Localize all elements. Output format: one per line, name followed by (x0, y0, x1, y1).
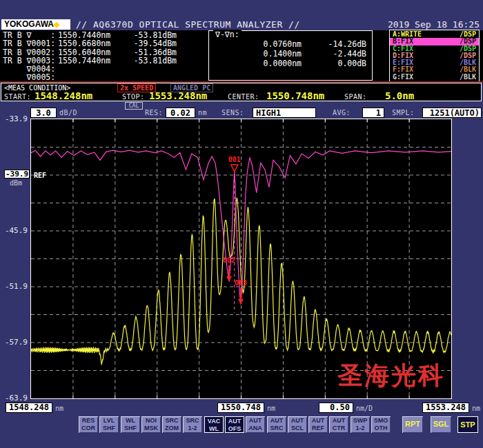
stop-value[interactable]: 1553.248nm (149, 90, 207, 101)
start-value[interactable]: 1548.248nm (34, 90, 92, 101)
trace-row-g[interactable]: G:FIX/BLK (390, 74, 479, 81)
softkey-swp-1-2[interactable]: SWP1-2 (351, 416, 370, 433)
sweep-key-sgl[interactable]: SGL (431, 416, 451, 433)
brand-diamond-icon: ◆ (54, 20, 59, 28)
marker-row-level: -53.81dBm (120, 30, 177, 39)
app-title: // AQ6370D OPTICAL SPECTRUM ANALYZER // (76, 19, 300, 30)
scale-per-div-field[interactable]: 0.50 (319, 403, 353, 413)
softkey-line2: 1-2 (351, 425, 370, 432)
softkey-aut-ana[interactable]: AUTANA (246, 416, 265, 433)
marker-arrow-icon[interactable] (226, 276, 232, 282)
softkey-line2: SRC (267, 425, 286, 432)
brand-logo: YOKOGAWA◆ (1, 19, 70, 30)
stop-wavelength-field[interactable]: 1553.248 (422, 403, 469, 413)
softkey-line1: AUT (226, 418, 244, 425)
sweep-key-stp[interactable]: STP (457, 416, 478, 433)
stop-label: STOP: (122, 93, 145, 101)
center-wavelength-field[interactable]: 1550.748 (217, 403, 264, 413)
softkey-src-1-2[interactable]: SRC1-2 (183, 416, 202, 433)
y-tick-label: -45.9 (1, 226, 28, 235)
softkey-aut-ofs[interactable]: AUTOFS (225, 416, 244, 433)
softkey-line1: AUT (267, 417, 286, 425)
softkey-line2: ANA (246, 425, 265, 432)
softkey-line2: OTH (371, 425, 391, 432)
marker-row-wavelength: 1550.6680nm (58, 39, 120, 47)
softkey-vac-wl[interactable]: VACWL (204, 416, 224, 433)
trace-row-mode: /BLK (460, 74, 476, 81)
start-wavelength-field[interactable]: 1548.248 (6, 403, 52, 413)
marker-row-label: TR B ∇0001: (3, 39, 58, 47)
softkey-line2: 1-2 (183, 425, 202, 432)
softkey-aut-src[interactable]: AUTSRC (267, 416, 286, 433)
softkey-aut-ref[interactable]: AUTREF (308, 416, 328, 433)
span-label: SPAN: (344, 93, 367, 101)
res-label: RES: (145, 109, 163, 116)
clock: 2019 Sep 18 16:25 (388, 19, 480, 30)
marker-id-label: 003 (235, 279, 247, 287)
delta-level: 0.00dB (302, 59, 366, 68)
softkey-noi-msk[interactable]: NOIMSK (141, 416, 161, 433)
softkey-line2: WL (205, 425, 223, 433)
marker-row-label: ∇0005: (3, 72, 58, 81)
softkey-src-zom[interactable]: SRCZOM (162, 416, 181, 433)
spectrum-plot[interactable]: REF001002003圣海光科 (30, 119, 452, 399)
osa-screen: { "titlebar": { "logo_text": "YOKOGAWA",… (0, 0, 483, 448)
delta-row: 0.0760nm-14.26dB (209, 39, 372, 49)
average-field[interactable]: 1 (362, 108, 384, 118)
marker-arrow-icon[interactable] (238, 299, 244, 305)
start-label: START: (4, 93, 31, 101)
marker-row-level: -53.81dBm (120, 56, 177, 64)
softkey-res-cor[interactable]: RESCOR (79, 416, 98, 433)
softkey-lvl-shf[interactable]: LVLSHF (99, 416, 119, 433)
delta-rows: 0.0760nm-14.26dB0.1400nm-2.44dB0.0000nm0… (209, 39, 372, 68)
sweep-key-rpt[interactable]: RPT (402, 416, 423, 433)
marker-row-level: -39.54dBm (120, 39, 177, 47)
softkey-line2: SCL (288, 425, 307, 432)
softkey-smo-oth[interactable]: SMOOTH (371, 416, 391, 433)
sens-label: SENS: (221, 109, 244, 116)
cal-indicator: CAL (125, 102, 143, 110)
brand-logo-text: YOKOGAWA (4, 19, 54, 29)
resolution-field[interactable]: 0.02 (166, 108, 195, 118)
softkey-line1: SRC (162, 417, 181, 425)
delta-row: 0.1400nm-2.44dB (209, 49, 372, 59)
y-tick-label: -33.9 (1, 114, 28, 123)
sampling-field[interactable]: 1251(AUTO) (422, 108, 482, 118)
softkey-line2: ZOM (162, 425, 181, 432)
delta-header: ∇-∇n: (213, 30, 241, 39)
softkey-line1: SRC (183, 417, 202, 425)
marker-row-wavelength: 1550.6040nm (58, 48, 120, 56)
span-value[interactable]: 5.0nm (385, 90, 414, 101)
marker-row-level (120, 64, 177, 72)
center-unit: nm (267, 405, 275, 412)
y-tick-label: -63.9 (1, 394, 28, 403)
center-value[interactable]: 1550.748nm (266, 90, 324, 101)
marker-row-label: TR B ∇0003: (3, 56, 58, 64)
softkey-aut-ctr[interactable]: AUTCTR (329, 416, 348, 433)
softkey-line2: MSK (141, 425, 161, 432)
level-scale-field[interactable]: 3.0 (30, 108, 57, 118)
delta-level: -2.44dB (302, 49, 366, 59)
ref-level-field[interactable]: -39.9 (4, 170, 30, 179)
softkey-line1: NOI (141, 417, 161, 425)
softkey-line2: SHF (121, 425, 140, 432)
softkey-wl-shf[interactable]: WLSHF (121, 416, 140, 433)
smpl-label: SMPL: (392, 109, 415, 116)
info-panel: TR B ∇ :1550.7440nm-53.81dBmTR B ∇0001:1… (0, 30, 483, 81)
delta-wavelength: 0.0760nm (231, 39, 302, 49)
delta-row: 0.0000nm0.00dB (209, 59, 372, 68)
softkey-line2: COR (79, 425, 98, 432)
softkey-line1: WL (121, 417, 140, 425)
marker-triangle-icon[interactable] (231, 165, 238, 172)
softkey-line1: LVL (99, 417, 119, 425)
softkey-line1: AUT (329, 417, 348, 425)
level-scale-unit: dB/D (59, 109, 77, 116)
sensitivity-field[interactable]: HIGH1 (253, 108, 316, 118)
marker-row-wavelength: 1550.7440nm (58, 30, 120, 39)
marker-row-wavelength: 1550.7440nm (58, 56, 120, 64)
softkey-aut-scl[interactable]: AUTSCL (288, 416, 307, 433)
start-unit: nm (55, 405, 63, 412)
marker-row-wavelength (58, 64, 120, 72)
delta-wavelength: 0.0000nm (231, 59, 302, 68)
marker-row-wavelength (58, 72, 120, 81)
